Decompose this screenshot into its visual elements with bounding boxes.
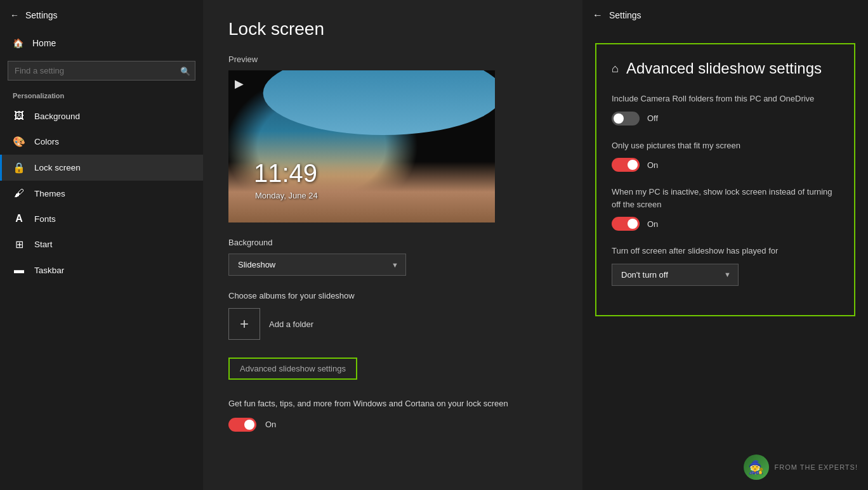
camera-roll-desc: Include Camera Roll folders from this PC…: [612, 93, 839, 105]
camera-roll-toggle-row: Off: [612, 112, 839, 126]
advanced-panel-title: ⌂ Advanced slideshow settings: [612, 60, 839, 77]
sidebar-item-background[interactable]: 🖼 Background: [0, 103, 203, 129]
search-input[interactable]: [8, 61, 195, 81]
add-folder-square: +: [228, 308, 260, 340]
sidebar-item-colors[interactable]: 🎨 Colors: [0, 129, 203, 155]
inactive-screen-desc: When my PC is inactive, show lock screen…: [612, 186, 839, 210]
main-content: Lock screen Preview ▶ 11:49 Monday, June…: [203, 0, 582, 490]
camera-roll-toggle[interactable]: [612, 112, 640, 126]
taskbar-icon: ▬: [13, 264, 25, 276]
right-back-arrow-icon[interactable]: ←: [593, 10, 603, 21]
panel-home-icon: ⌂: [612, 62, 619, 75]
home-icon: 🏠: [13, 38, 23, 48]
section-label: Personalization: [0, 86, 203, 103]
sidebar-item-themes[interactable]: 🖌 Themes: [0, 181, 203, 206]
fun-facts-label: Get fun facts, tips, and more from Windo…: [228, 397, 557, 410]
sidebar-item-fonts[interactable]: A Fonts: [0, 206, 203, 231]
camera-roll-setting: Include Camera Roll folders from this PC…: [612, 93, 839, 126]
background-section-label: Background: [228, 238, 557, 247]
advanced-slideshow-link[interactable]: Advanced slideshow settings: [228, 358, 357, 380]
background-dropdown-wrapper: Slideshow Picture Windows spotlight ▼: [228, 254, 406, 276]
turn-off-dropdown[interactable]: Don't turn off 1 minute 5 minutes 15 min…: [612, 264, 739, 286]
sidebar-item-label: Start: [34, 240, 53, 249]
sidebar-item-start[interactable]: ⊞ Start: [0, 231, 203, 257]
panel-title-text: Advanced slideshow settings: [626, 60, 822, 77]
right-panel-header: ← Settings: [582, 0, 868, 30]
turn-off-dropdown-wrapper: Don't turn off 1 minute 5 minutes 15 min…: [612, 264, 739, 286]
camera-roll-toggle-label: Off: [647, 113, 658, 123]
lock-screen-icon: 🔒: [13, 162, 25, 174]
watermark-avatar: 🧙: [744, 455, 769, 480]
colors-icon: 🎨: [13, 136, 25, 148]
sidebar-title: Settings: [25, 10, 58, 20]
inactive-screen-setting: When my PC is inactive, show lock screen…: [612, 186, 839, 231]
search-icon: 🔍: [180, 66, 190, 75]
preview-label: Preview: [228, 55, 557, 64]
fit-screen-toggle-row: On: [612, 158, 839, 172]
right-panel-title: Settings: [609, 10, 641, 20]
fun-facts-toggle-label: On: [265, 420, 276, 429]
sidebar-item-label: Colors: [34, 137, 59, 146]
sidebar-item-label: Lock screen: [34, 163, 81, 172]
background-icon: 🖼: [13, 110, 25, 122]
sidebar-item-label: Themes: [34, 189, 65, 198]
add-folder-text: Add a folder: [269, 319, 313, 329]
home-nav-item[interactable]: 🏠 Home: [0, 30, 203, 56]
sidebar-item-label: Background: [34, 112, 80, 121]
fun-facts-toggle-row: On: [228, 418, 557, 432]
advanced-slideshow-panel: ⌂ Advanced slideshow settings Include Ca…: [595, 43, 855, 316]
page-title: Lock screen: [228, 19, 557, 39]
turn-off-screen-desc: Turn off screen after slideshow has play…: [612, 245, 839, 257]
fit-screen-setting: Only use pictures that fit my screen On: [612, 139, 839, 172]
sidebar-item-label: Fonts: [34, 214, 56, 224]
watermark-text: FROM THE EXPERTS!: [774, 463, 858, 471]
preview-time: 11:49: [254, 159, 317, 188]
fit-screen-toggle-label: On: [647, 160, 658, 170]
back-arrow-icon[interactable]: ←: [10, 10, 19, 20]
choose-albums-label: Choose albums for your slideshow: [228, 291, 557, 300]
sidebar-item-taskbar[interactable]: ▬ Taskbar: [0, 257, 203, 283]
sidebar-header: ← Settings: [0, 0, 203, 30]
sidebar-item-label: Taskbar: [34, 266, 64, 275]
add-folder-button[interactable]: + Add a folder: [228, 308, 557, 340]
sidebar-item-lock-screen[interactable]: 🔒 Lock screen: [0, 155, 203, 181]
themes-icon: 🖌: [13, 188, 25, 199]
home-label: Home: [32, 38, 56, 48]
sidebar: ← Settings 🏠 Home 🔍 Personalization 🖼 Ba…: [0, 0, 203, 490]
inactive-screen-toggle[interactable]: [612, 217, 640, 231]
watermark: 🧙 FROM THE EXPERTS!: [744, 455, 858, 480]
search-box: 🔍: [8, 61, 195, 81]
fun-facts-toggle[interactable]: [228, 418, 256, 432]
inactive-screen-toggle-row: On: [612, 217, 839, 231]
turn-off-screen-setting: Turn off screen after slideshow has play…: [612, 245, 839, 286]
preview-box: ▶ 11:49 Monday, June 24: [228, 70, 495, 222]
right-panel: ← Settings ⌂ Advanced slideshow settings…: [582, 0, 868, 490]
preview-video-icon: ▶: [235, 77, 244, 91]
fit-screen-desc: Only use pictures that fit my screen: [612, 139, 839, 152]
preview-date: Monday, June 24: [255, 191, 318, 200]
fit-screen-toggle[interactable]: [612, 158, 640, 172]
background-dropdown[interactable]: Slideshow Picture Windows spotlight: [228, 254, 406, 276]
start-icon: ⊞: [13, 238, 25, 250]
inactive-screen-toggle-label: On: [647, 219, 658, 229]
fonts-icon: A: [13, 213, 25, 224]
